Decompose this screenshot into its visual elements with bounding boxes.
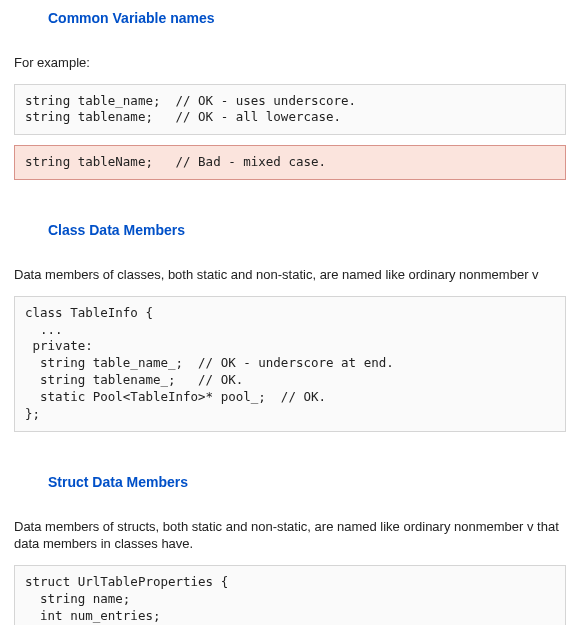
spacer (14, 442, 566, 470)
code-block-variable-ok: string table_name; // OK - uses undersco… (14, 84, 566, 136)
paragraph-class-members-intro: Data members of classes, both static and… (14, 266, 566, 284)
document-body: Common Variable names For example: strin… (0, 0, 566, 625)
heading-struct-data-members: Struct Data Members (48, 474, 566, 490)
paragraph-example-intro: For example: (14, 54, 566, 72)
paragraph-struct-members-intro: Data members of structs, both static and… (14, 518, 566, 553)
heading-class-data-members: Class Data Members (48, 222, 566, 238)
code-block-class-members: class TableInfo { ... private: string ta… (14, 296, 566, 432)
heading-common-variable-names: Common Variable names (48, 10, 566, 26)
spacer (14, 190, 566, 218)
code-block-variable-bad: string tableName; // Bad - mixed case. (14, 145, 566, 180)
code-block-struct-members: struct UrlTableProperties { string name;… (14, 565, 566, 625)
